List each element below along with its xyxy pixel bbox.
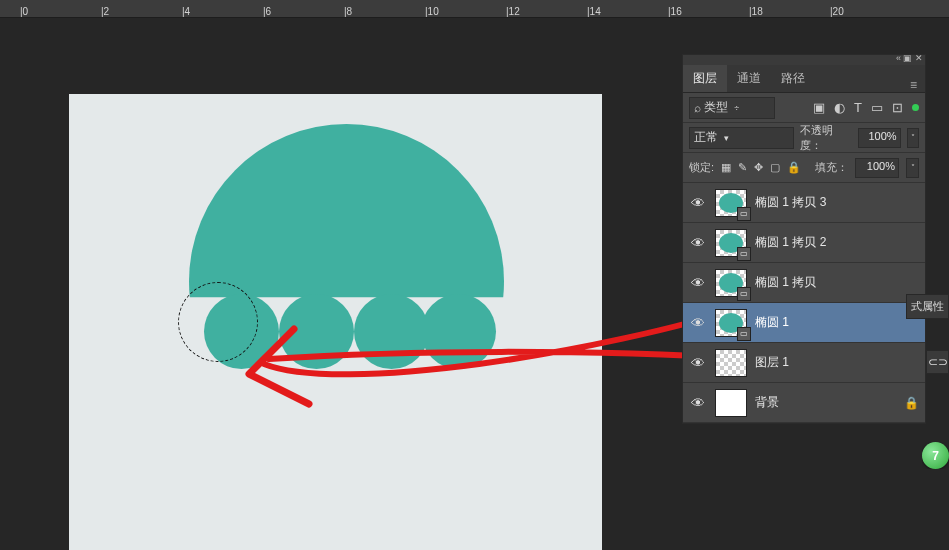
chevron-down-icon: ÷ [734, 103, 739, 113]
filter-text-icon[interactable]: T [854, 100, 862, 115]
shape-badge-icon: ▭ [737, 287, 751, 301]
layer-filter-row: ⌕ 类型 ÷ ▣ ◐ T ▭ ⊡ [683, 93, 925, 123]
visibility-eye-icon[interactable]: 👁 [689, 395, 707, 411]
layer-row[interactable]: 👁背景🔒 [683, 383, 925, 423]
blend-mode-row: 正常 ▾ 不透明度： 100% ˅ [683, 123, 925, 153]
tab-channels[interactable]: 通道 [727, 64, 771, 92]
filter-shape-icon[interactable]: ▭ [871, 100, 883, 115]
fill-stepper[interactable]: ˅ [906, 158, 919, 178]
chevron-down-icon: ▾ [724, 133, 729, 143]
fill-label: 填充： [815, 160, 848, 175]
filter-adjust-icon[interactable]: ◐ [834, 100, 845, 115]
lock-icon[interactable]: 🔒 [904, 396, 919, 410]
properties-tab[interactable]: 式属性 [906, 294, 949, 319]
opacity-value[interactable]: 100% [858, 128, 900, 148]
tab-paths[interactable]: 路径 [771, 64, 815, 92]
visibility-eye-icon[interactable]: 👁 [689, 275, 707, 291]
lock-paint-icon[interactable]: ✎ [738, 161, 747, 174]
layer-name[interactable]: 椭圆 1 拷贝 [755, 274, 816, 291]
search-icon: ⌕ [694, 101, 701, 115]
layer-row[interactable]: 👁▭椭圆 1 拷贝 2 [683, 223, 925, 263]
canvas[interactable] [69, 94, 602, 550]
lock-transparency-icon[interactable]: ▦ [721, 161, 731, 174]
blend-mode-value: 正常 [694, 129, 718, 146]
visibility-eye-icon[interactable]: 👁 [689, 315, 707, 331]
shape-badge-icon: ▭ [737, 247, 751, 261]
panel-menu-icon[interactable]: ≡ [910, 78, 925, 92]
layer-thumbnail[interactable]: ▭ [715, 269, 747, 297]
filter-toggle[interactable] [912, 104, 919, 111]
layer-name[interactable]: 图层 1 [755, 354, 789, 371]
fill-value[interactable]: 100% [855, 158, 899, 178]
filter-image-icon[interactable]: ▣ [813, 100, 825, 115]
layer-name[interactable]: 背景 [755, 394, 779, 411]
lock-position-icon[interactable]: ✥ [754, 161, 763, 174]
layer-name[interactable]: 椭圆 1 拷贝 3 [755, 194, 826, 211]
blend-mode-dropdown[interactable]: 正常 ▾ [689, 127, 794, 149]
horizontal-ruler: |0|2|4|6|8|10|12|14|16|18|20 [0, 0, 949, 18]
floating-badge[interactable]: 7 [922, 442, 949, 469]
shape-badge-icon: ▭ [737, 207, 751, 221]
visibility-eye-icon[interactable]: 👁 [689, 235, 707, 251]
layer-name[interactable]: 椭圆 1 拷贝 2 [755, 234, 826, 251]
shape-badge-icon: ▭ [737, 327, 751, 341]
layer-name[interactable]: 椭圆 1 [755, 314, 789, 331]
layer-row[interactable]: 👁▭椭圆 1 [683, 303, 925, 343]
lock-row: 锁定: ▦ ✎ ✥ ▢ 🔒 填充： 100% ˅ [683, 153, 925, 183]
visibility-eye-icon[interactable]: 👁 [689, 195, 707, 211]
marquee-selection[interactable] [178, 282, 258, 362]
lock-all-icon[interactable]: 🔒 [787, 161, 801, 174]
layer-thumbnail[interactable] [715, 389, 747, 417]
lock-artboard-icon[interactable]: ▢ [770, 161, 780, 174]
opacity-stepper[interactable]: ˅ [907, 128, 919, 148]
layer-row[interactable]: 👁▭椭圆 1 拷贝 3 [683, 183, 925, 223]
layer-thumbnail[interactable]: ▭ [715, 189, 747, 217]
filter-smart-icon[interactable]: ⊡ [892, 100, 903, 115]
lock-label: 锁定: [689, 160, 714, 175]
link-icon[interactable]: ⊂⊃ [926, 350, 949, 374]
filter-type-dropdown[interactable]: ⌕ 类型 ÷ [689, 97, 775, 119]
layer-row[interactable]: 👁▭椭圆 1 拷贝 [683, 263, 925, 303]
opacity-label: 不透明度： [800, 123, 852, 153]
panel-tabs: 图层 通道 路径 ≡ [683, 65, 925, 93]
layers-panel: « ▣ ✕ 图层 通道 路径 ≡ ⌕ 类型 ÷ ▣ ◐ T ▭ ⊡ 正常 ▾ 不… [682, 54, 926, 424]
panel-header: « ▣ ✕ [683, 55, 925, 65]
layer-thumbnail[interactable] [715, 349, 747, 377]
visibility-eye-icon[interactable]: 👁 [689, 355, 707, 371]
layer-list: 👁▭椭圆 1 拷贝 3👁▭椭圆 1 拷贝 2👁▭椭圆 1 拷贝👁▭椭圆 1👁图层… [683, 183, 925, 423]
layer-thumbnail[interactable]: ▭ [715, 229, 747, 257]
panel-window-controls[interactable]: « ▣ ✕ [896, 53, 923, 63]
layer-thumbnail[interactable]: ▭ [715, 309, 747, 337]
layer-row[interactable]: 👁图层 1 [683, 343, 925, 383]
filter-type-label: 类型 [704, 99, 728, 116]
tab-layers[interactable]: 图层 [683, 63, 727, 92]
